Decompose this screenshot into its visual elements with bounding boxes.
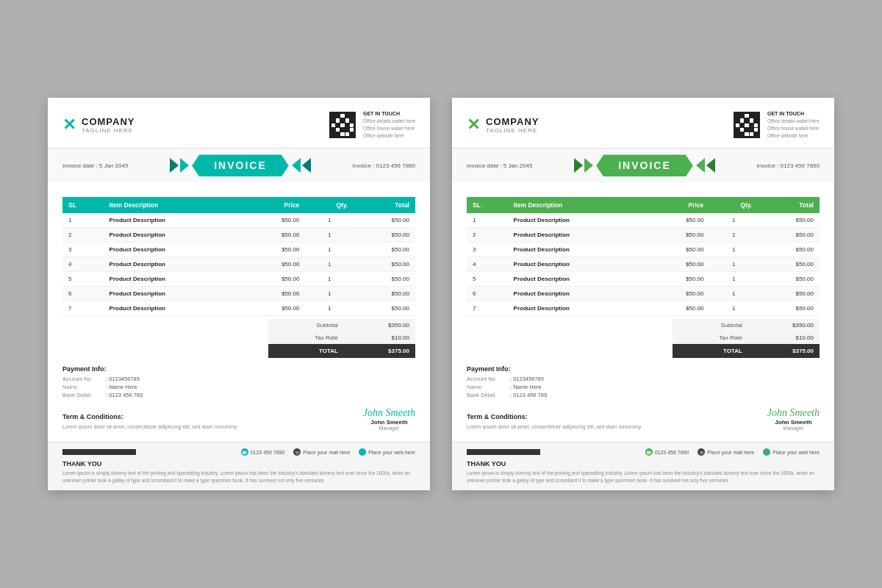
col-sl-g: SL: [467, 197, 508, 213]
invoice-table-wrapper-green: SL Item Description Price Qty. Total 1 P…: [452, 190, 834, 316]
row-sl: 5: [62, 272, 104, 287]
row-qty-g: 1: [709, 272, 758, 287]
signature-title-green: Manager: [767, 426, 820, 431]
table-row: 5 Product Description $50.00 1 $50.00: [467, 272, 820, 287]
contact-line-g3: Office website here: [767, 132, 820, 140]
company-name-green: COMPANY: [486, 116, 539, 127]
invoice-title-wrapper-green: INVOICE: [574, 154, 715, 176]
bank-label-g: Bank Detail: [467, 392, 507, 398]
contact-line-1: Office details wabel here: [363, 118, 415, 125]
tax-label-g: Tax Rate: [673, 331, 748, 344]
arrow-left-g1: [574, 158, 583, 173]
row-desc-g: Product Description: [508, 213, 648, 228]
company-tagline-green: TAGLINE HERE: [486, 127, 539, 134]
row-total-g: $50.00: [758, 243, 820, 257]
company-name: COMPANY: [82, 116, 135, 127]
row-desc-g: Product Description: [508, 287, 648, 301]
row-qty: 1: [305, 257, 354, 272]
invoice-date-green: Invoice date : 5 Jan 2045: [467, 162, 532, 169]
table-row: 4 Product Description $50.00 1 $50.00: [62, 257, 415, 272]
row-total-g: $50.00: [758, 287, 820, 301]
row-sl: 4: [62, 257, 104, 272]
name-label-g: Name: [467, 384, 507, 390]
arrow-left-g2: [584, 158, 593, 173]
invoice-header-green: ✕ COMPANY TAGLINE HERE GET IN TOUCH Offi…: [452, 98, 834, 148]
row-price: $50.00: [244, 301, 306, 316]
row-sl-g: 4: [467, 257, 508, 272]
invoice-teal: ✕ COMPANY TAGLINE HERE GET IN TOUCH O: [48, 98, 430, 490]
row-sl: 7: [62, 301, 104, 316]
account-value: : 0123456789: [106, 376, 140, 382]
bank-label: Bank Detail: [62, 392, 103, 398]
signature-script: John Smeeth: [363, 407, 415, 419]
row-total: $50.00: [354, 287, 415, 301]
logo-icon-green: ✕: [467, 115, 480, 135]
row-price-g: $50.00: [648, 213, 710, 228]
terms-title-g: Term & Conditions:: [467, 413, 767, 420]
footer-email-text-green: Place your mail here: [707, 450, 754, 455]
arrow-right-1: [292, 158, 301, 173]
row-desc: Product Description: [104, 228, 244, 243]
contact-line-2: Office house wabel here: [363, 125, 415, 132]
row-desc-g: Product Description: [508, 243, 648, 257]
invoice-number: Invoice : 0123 456 7890: [353, 162, 415, 169]
contact-line-g2: Office house wabel here: [767, 125, 820, 132]
subtotal-label-g: Subtotal: [673, 319, 748, 331]
contact-line-3: Office website here: [363, 132, 415, 140]
thank-you-text-green: THANK YOU: [467, 460, 820, 467]
row-total: $50.00: [354, 228, 415, 243]
bank-value: : 0123 456 789: [106, 392, 143, 398]
col-price-g: Price: [648, 197, 710, 213]
signature-name-green: John Smeeth: [767, 419, 820, 426]
row-price: $50.00: [244, 287, 306, 301]
inv-terms-row-green: Term & Conditions: Lorem ipsum dolor sit…: [452, 407, 834, 442]
row-desc: Product Description: [104, 301, 244, 316]
account-value-g: : 0123456789: [510, 376, 544, 382]
payment-name-g: Name : Name Here: [467, 384, 820, 390]
footer-top-teal: ☎ 0123 456 7890 ✉ Place your mail here 🌐…: [62, 448, 415, 456]
row-price-g: $50.00: [648, 272, 710, 287]
invoice-table-green: SL Item Description Price Qty. Total 1 P…: [467, 197, 820, 316]
company-tagline: TAGLINE HERE: [82, 127, 135, 134]
tax-value: $10.00: [344, 331, 415, 344]
table-row: 1 Product Description $50.00 1 $50.00: [62, 213, 415, 228]
arrow-left-2: [180, 158, 189, 173]
account-label-g: Account No: [467, 376, 507, 382]
row-price-g: $50.00: [648, 257, 710, 272]
bank-value-g: : 0123 456 789: [510, 392, 547, 398]
terms-section-green: Term & Conditions: Lorem ipsum dolor sit…: [467, 413, 767, 431]
qr-code-green: [734, 112, 760, 138]
terms-text: Lorem ipsum dolor sit amet, consectetuer…: [62, 423, 363, 431]
row-total: $50.00: [354, 213, 415, 228]
payment-account-g: Account No : 0123456789: [467, 376, 820, 382]
web-icon: 🌐: [359, 448, 366, 456]
row-total-g: $50.00: [758, 272, 820, 287]
qr-code: [329, 112, 356, 138]
row-sl-g: 1: [467, 213, 508, 228]
signature-script-green: John Smeeth: [767, 407, 820, 419]
name-value: : Name Here: [106, 384, 137, 390]
table-row: 4 Product Description $50.00 1 $50.00: [467, 257, 820, 272]
row-price: $50.00: [244, 213, 306, 228]
invoice-title-bg-green: INVOICE: [596, 154, 693, 176]
total-value-g: $375.00: [748, 344, 820, 358]
invoice-title-green: INVOICE: [618, 159, 671, 171]
row-price-g: $50.00: [648, 228, 710, 243]
invoice-banner-teal: Invoice date : 5 Jan 2045 INVOICE: [48, 148, 430, 182]
invoice-table-teal: SL Item Description Price Qty. Total 1 P…: [62, 197, 415, 316]
footer-web-text: Place your web here: [368, 450, 415, 455]
row-desc: Product Description: [104, 287, 244, 301]
row-total-g: $50.00: [758, 228, 820, 243]
table-row: 2 Product Description $50.00 1 $50.00: [467, 228, 820, 243]
row-qty: 1: [305, 213, 354, 228]
footer-contacts: ☎ 0123 456 7890 ✉ Place your mail here 🌐…: [241, 448, 415, 456]
name-label: Name: [62, 384, 103, 390]
table-row: 6 Product Description $50.00 1 $50.00: [467, 287, 820, 301]
col-sl: SL: [62, 197, 104, 213]
signature-area-green: John Smeeth John Smeeth Manager: [767, 407, 820, 431]
logo-icon: ✕: [62, 115, 76, 135]
payment-title: Payment Info:: [62, 365, 415, 373]
footer-email-green: ✉ Place your mail here: [698, 448, 754, 456]
signature-area-teal: John Smeeth John Smeeth Manager: [363, 407, 415, 431]
footer-top-green: ☎ 0123 456 7890 ✉ Place your mail here 🌐…: [467, 448, 820, 456]
